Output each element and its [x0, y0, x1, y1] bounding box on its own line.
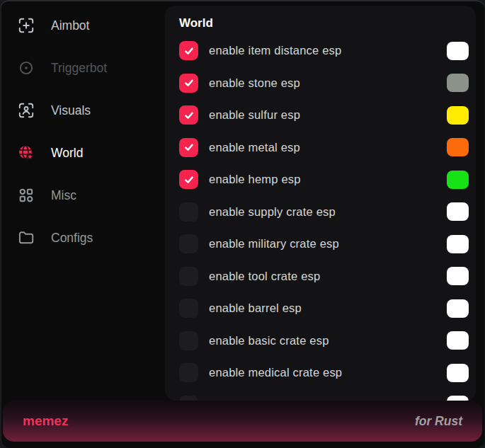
sidebar-item-label: World	[51, 146, 83, 161]
esp-option-label: enable item distance esp	[209, 44, 341, 57]
checkbox-checked[interactable]	[179, 105, 198, 125]
esp-row: enable medical crate esp	[165, 357, 476, 389]
misc-shapes-icon	[17, 186, 35, 205]
color-swatch[interactable]	[447, 138, 469, 156]
checkbox-unchecked[interactable]	[179, 396, 198, 401]
esp-row: enable basic crate esp	[165, 325, 476, 357]
color-swatch[interactable]	[447, 331, 469, 350]
esp-row: enable military crate esp	[165, 228, 476, 260]
sidebar-item-configs[interactable]: Configs	[0, 217, 165, 259]
checkbox-unchecked[interactable]	[179, 267, 198, 286]
color-swatch[interactable]	[447, 364, 469, 382]
esp-row: enable item distance esp	[165, 35, 476, 67]
color-swatch[interactable]	[447, 267, 469, 285]
brand-logo-text: memez	[23, 413, 68, 429]
sidebar-item-misc[interactable]: Misc	[0, 174, 165, 217]
sidebar-item-aimbot[interactable]: Aimbot	[0, 4, 165, 47]
panel-title: World	[165, 15, 476, 35]
sidebar-item-label: Misc	[51, 188, 76, 203]
esp-row: enable supply crate esp	[165, 196, 476, 229]
esp-option-label: enable metal esp	[209, 141, 300, 154]
checkbox-checked[interactable]	[179, 170, 198, 189]
esp-option-label: enable military crate esp	[209, 237, 339, 251]
esp-row: enable metal esp	[165, 132, 476, 164]
color-swatch[interactable]	[447, 74, 469, 92]
sidebar-item-label: Visuals	[51, 103, 91, 118]
checkbox-checked[interactable]	[179, 41, 198, 60]
sidebar-item-visuals[interactable]: Visuals	[0, 89, 165, 132]
cheat-menu-window: AimbotTriggerbotVisualsWorldMiscConfigs …	[0, 0, 485, 448]
checkbox-unchecked[interactable]	[179, 234, 198, 253]
sidebar-item-world[interactable]: World	[0, 132, 165, 174]
color-swatch[interactable]	[447, 106, 469, 125]
color-swatch[interactable]	[447, 396, 469, 401]
world-settings-panel: World enable item distance espenable sto…	[165, 6, 476, 401]
checkbox-unchecked[interactable]	[179, 363, 198, 382]
checkbox-checked[interactable]	[179, 138, 198, 157]
esp-option-label: enable stone esp	[209, 76, 300, 90]
esp-row: enable tool crate esp	[165, 260, 476, 293]
checkbox-unchecked[interactable]	[179, 331, 198, 350]
color-swatch[interactable]	[447, 202, 469, 221]
esp-option-label: enable basic crate esp	[209, 334, 329, 348]
sidebar-item-label: Configs	[51, 231, 93, 246]
color-swatch[interactable]	[447, 299, 469, 318]
color-swatch[interactable]	[447, 42, 469, 60]
sidebar: AimbotTriggerbotVisualsWorldMiscConfigs	[0, 4, 165, 259]
esp-option-label: enable sulfur esp	[209, 108, 300, 122]
sidebar-item-triggerbot[interactable]: Triggerbot	[0, 47, 165, 89]
triggerbot-target-icon	[17, 59, 35, 77]
esp-row: enable sulfur esp	[165, 99, 476, 132]
esp-option-label: enable barrel esp	[209, 301, 302, 315]
color-swatch[interactable]	[447, 235, 469, 253]
esp-options-list: enable item distance espenable stone esp…	[165, 35, 476, 401]
visuals-player-scan-icon	[17, 101, 35, 120]
edition-label: for Rust	[415, 414, 462, 429]
world-globe-star-icon	[17, 144, 35, 162]
configs-folder-icon	[17, 229, 35, 247]
footer-bar: memez for Rust	[3, 401, 482, 442]
esp-option-label: enable supply crate esp	[209, 205, 336, 219]
esp-row	[165, 389, 476, 401]
checkbox-unchecked[interactable]	[179, 299, 198, 318]
esp-option-label: enable medical crate esp	[209, 366, 342, 379]
esp-option-label: enable tool crate esp	[209, 270, 320, 283]
sidebar-item-label: Aimbot	[51, 18, 89, 33]
sidebar-item-label: Triggerbot	[51, 61, 107, 76]
color-swatch[interactable]	[447, 171, 469, 189]
esp-row: enable barrel esp	[165, 292, 476, 325]
checkbox-checked[interactable]	[179, 74, 198, 93]
esp-option-label: enable hemp esp	[209, 173, 301, 186]
aimbot-crosshair-icon	[17, 16, 35, 35]
esp-row: enable hemp esp	[165, 163, 476, 196]
esp-row: enable stone esp	[165, 67, 476, 100]
checkbox-unchecked[interactable]	[179, 202, 198, 222]
